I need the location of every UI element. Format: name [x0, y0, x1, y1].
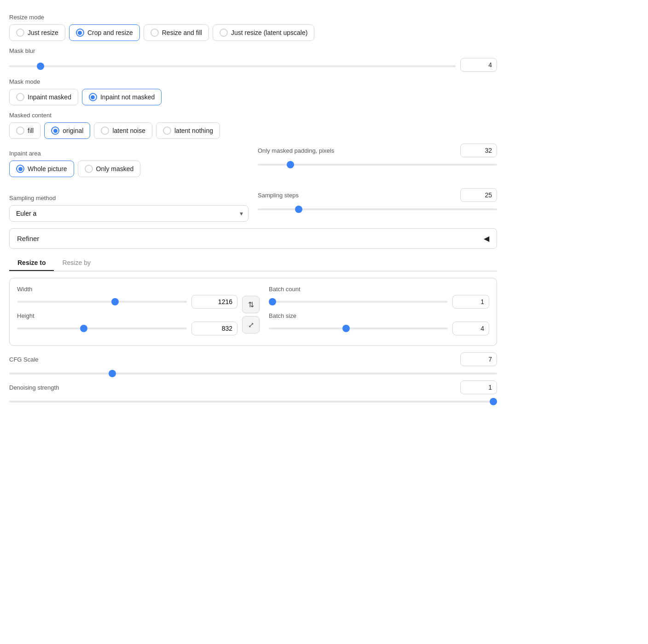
resize-mode-label: Resize mode — [9, 14, 497, 21]
mask-blur-input[interactable] — [460, 58, 497, 72]
radio-inpaint-not-masked-circle — [89, 93, 97, 101]
batch-count-slider[interactable] — [269, 301, 448, 303]
radio-fill-label: fill — [28, 127, 34, 134]
height-input[interactable] — [191, 322, 237, 335]
radio-fill[interactable]: fill — [9, 122, 40, 139]
radio-resize-and-fill-circle — [150, 29, 159, 37]
batch-size-row — [269, 322, 489, 335]
refiner-label: Refiner — [17, 235, 39, 242]
radio-inpaint-masked-circle — [16, 93, 24, 101]
mask-blur-row — [9, 58, 497, 72]
sampling-method-dropdown-wrapper: Euler a Euler LMS Heun DPM2 DPM++ 2M ▾ — [9, 205, 249, 222]
radio-original[interactable]: original — [44, 122, 90, 139]
refiner-box[interactable]: Refiner ◀ — [9, 228, 497, 249]
radio-latent-nothing[interactable]: latent nothing — [156, 122, 220, 139]
refiner-collapse-icon: ◀ — [484, 234, 489, 243]
radio-resize-and-fill-label: Resize and fill — [162, 29, 202, 36]
width-input-row — [17, 295, 237, 309]
cfg-scale-input[interactable] — [460, 352, 497, 366]
radio-only-masked-circle — [85, 165, 93, 173]
radio-just-resize-circle — [16, 29, 24, 37]
width-input[interactable] — [191, 295, 237, 309]
inpaint-area-group: Whole picture Only masked — [9, 161, 249, 177]
resize-section: Width Height ⇅ ⤢ Batch count — [9, 278, 497, 346]
radio-whole-picture-label: Whole picture — [28, 165, 67, 172]
inpaint-area-section: Inpaint area Whole picture Only masked O… — [9, 144, 497, 182]
resize-tabs: Resize to Resize by — [9, 255, 497, 271]
radio-resize-and-fill[interactable]: Resize and fill — [144, 24, 209, 41]
radio-crop-and-resize-label: Crop and resize — [87, 29, 133, 36]
radio-just-resize-latent[interactable]: Just resize (latent upscale) — [213, 24, 315, 41]
cfg-scale-label: CFG Scale — [9, 356, 39, 363]
radio-only-masked-label: Only masked — [96, 165, 134, 172]
radio-crop-and-resize[interactable]: Crop and resize — [69, 24, 140, 41]
denoising-strength-label: Denoising strength — [9, 384, 59, 391]
radio-latent-nothing-circle — [163, 126, 171, 135]
sampling-method-select[interactable]: Euler a Euler LMS Heun DPM2 DPM++ 2M — [9, 205, 249, 222]
radio-just-resize-latent-circle — [220, 29, 228, 37]
batch-size-slider[interactable] — [269, 328, 448, 329]
batch-count-input[interactable] — [452, 295, 489, 309]
radio-only-masked[interactable]: Only masked — [78, 161, 141, 177]
radio-latent-noise[interactable]: latent noise — [94, 122, 152, 139]
batch-count-label: Batch count — [269, 286, 489, 293]
radio-original-label: original — [63, 127, 83, 134]
masked-content-group: fill original latent noise latent nothin… — [9, 122, 497, 139]
radio-just-resize[interactable]: Just resize — [9, 24, 65, 41]
sampling-steps-label: Sampling steps — [258, 192, 299, 199]
masked-content-label: Masked content — [9, 112, 497, 119]
batch-section: Batch count Batch size — [260, 286, 489, 338]
width-height-fields: Width Height — [17, 286, 237, 338]
inpaint-area-col: Inpaint area Whole picture Only masked — [9, 144, 249, 182]
cfg-scale-section: CFG Scale — [9, 352, 497, 376]
sampling-steps-input[interactable] — [460, 188, 497, 202]
width-label: Width — [17, 286, 237, 293]
denoising-strength-input[interactable] — [460, 380, 497, 394]
tab-resize-by[interactable]: Resize by — [54, 255, 98, 271]
denoising-strength-slider[interactable] — [9, 401, 497, 402]
batch-size-input[interactable] — [452, 322, 489, 335]
radio-whole-picture-circle — [16, 165, 24, 173]
radio-inpaint-not-masked[interactable]: Inpaint not masked — [82, 89, 162, 105]
only-masked-padding-col: Only masked padding, pixels — [258, 144, 497, 182]
radio-latent-noise-circle — [101, 126, 109, 135]
radio-just-resize-label: Just resize — [28, 29, 58, 36]
radio-latent-noise-label: latent noise — [112, 127, 145, 134]
batch-count-row — [269, 295, 489, 309]
resize-batch-row: Width Height ⇅ ⤢ Batch count — [17, 286, 489, 338]
mask-blur-slider-container — [9, 61, 456, 69]
radio-just-resize-latent-label: Just resize (latent upscale) — [231, 29, 308, 36]
swap-dimensions-button[interactable]: ⇅ — [242, 296, 260, 313]
radio-inpaint-masked[interactable]: Inpaint masked — [9, 89, 78, 105]
sampling-method-label: Sampling method — [9, 195, 249, 201]
height-input-row — [17, 322, 237, 335]
only-masked-padding-input[interactable] — [460, 144, 497, 157]
radio-inpaint-not-masked-label: Inpaint not masked — [100, 93, 155, 101]
radio-fill-circle — [16, 126, 24, 135]
height-slider[interactable] — [17, 328, 187, 329]
batch-size-label: Batch size — [269, 312, 489, 319]
radio-crop-and-resize-circle — [76, 29, 84, 37]
sampling-section: Sampling method Euler a Euler LMS Heun D… — [9, 188, 497, 222]
denoising-strength-section: Denoising strength — [9, 380, 497, 404]
mask-blur-slider[interactable] — [9, 65, 456, 67]
only-masked-padding-slider[interactable] — [258, 164, 497, 166]
lock-dimensions-button[interactable]: ⤢ — [242, 316, 260, 334]
wh-icon-buttons: ⇅ ⤢ — [242, 296, 260, 338]
radio-whole-picture[interactable]: Whole picture — [9, 161, 74, 177]
tab-resize-to[interactable]: Resize to — [9, 255, 54, 271]
radio-latent-nothing-label: latent nothing — [174, 127, 213, 134]
sampling-method-col: Sampling method Euler a Euler LMS Heun D… — [9, 188, 249, 222]
radio-inpaint-masked-label: Inpaint masked — [28, 93, 71, 101]
width-slider[interactable] — [17, 301, 187, 303]
sampling-steps-slider[interactable] — [258, 208, 497, 210]
cfg-scale-slider[interactable] — [9, 373, 497, 374]
height-label: Height — [17, 312, 237, 319]
mask-blur-label: Mask blur — [9, 47, 497, 54]
resize-mode-group: Just resize Crop and resize Resize and f… — [9, 24, 497, 41]
inpaint-area-label: Inpaint area — [9, 150, 249, 157]
sampling-steps-col: Sampling steps — [258, 188, 497, 222]
mask-mode-group: Inpaint masked Inpaint not masked — [9, 89, 497, 105]
only-masked-padding-label: Only masked padding, pixels — [258, 147, 334, 154]
mask-mode-label: Mask mode — [9, 78, 497, 85]
